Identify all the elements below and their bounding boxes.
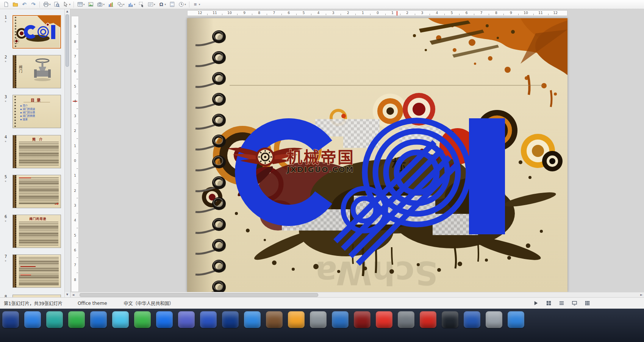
grid-view-button[interactable]: [583, 300, 591, 307]
more-tools-button[interactable]: ≡▾: [191, 0, 202, 9]
undo-button[interactable]: ↶: [20, 0, 29, 9]
ruler-number: 10: [523, 11, 528, 15]
pointer-button[interactable]: ▾: [61, 0, 72, 9]
slide-thumbnail-2[interactable]: 阀门: [13, 55, 61, 88]
redo-button[interactable]: ↷: [29, 0, 38, 9]
date-time-button[interactable]: ▾: [177, 0, 188, 9]
taskbar-app-icon-23[interactable]: [486, 311, 502, 328]
ruler-number: 1: [390, 11, 395, 15]
thumb-valve-label: 阀门: [18, 65, 23, 74]
screenshot-button[interactable]: ▾: [95, 0, 106, 9]
taskbar-app-icon-13[interactable]: [266, 311, 283, 328]
taskbar-app-icon-11[interactable]: [222, 311, 239, 328]
horizontal-ruler[interactable]: 1211109876543210123456789101112: [187, 10, 567, 16]
ruler-number: 7: [72, 263, 78, 267]
taskbar-app-icon-2[interactable]: [24, 311, 41, 328]
thumb-spine: [13, 255, 16, 287]
column-chart-button[interactable]: ▾: [126, 0, 137, 9]
ruler-number: 3: [419, 11, 425, 15]
panel-scrollbar[interactable]: ▲ ▼: [64, 9, 70, 297]
horizontal-scrollbar-thumb[interactable]: [80, 293, 318, 297]
taskbar-app-icon-9[interactable]: [178, 311, 195, 328]
insert-picture-button[interactable]: [86, 0, 95, 9]
thumb-title: 简 介: [17, 137, 59, 142]
slide-thumbnail-4[interactable]: 简 介: [13, 135, 61, 168]
print-button[interactable]: ▾: [41, 0, 52, 9]
insert-chart-button[interactable]: [106, 0, 115, 9]
taskbar-app-icon-24[interactable]: [508, 311, 524, 328]
vertical-ruler[interactable]: 987654321012345678: [71, 16, 79, 292]
shapes-button[interactable]: ▾: [115, 0, 126, 9]
slide-thumbnail-1[interactable]: [13, 15, 61, 49]
normal-view-button[interactable]: [545, 300, 552, 307]
scroll-left-button[interactable]: ◄: [70, 292, 76, 298]
taskbar-app-icon-18[interactable]: [376, 311, 392, 328]
dropdown-caret-icon: ▾: [103, 3, 105, 6]
thumbnail-row-2: 2 ★ 阀门: [0, 55, 64, 90]
slideshow-button[interactable]: [532, 300, 539, 307]
insert-table-button[interactable]: ▾: [75, 0, 86, 9]
toolbar-separator: [189, 2, 189, 8]
slide-sorter-view-button[interactable]: [558, 300, 565, 307]
ruler-number: 8: [72, 278, 78, 282]
ruler-number: 11: [212, 11, 217, 15]
horizontal-scrollbar[interactable]: ◄ ►: [70, 292, 644, 297]
language-indicator[interactable]: 中文（中华人民共和国）: [124, 300, 174, 306]
taskbar-app-icon-19[interactable]: [398, 311, 414, 328]
taskbar-app-icon-4[interactable]: [68, 311, 85, 328]
slide-number: 8: [5, 295, 7, 297]
new-file-icon: [3, 2, 9, 8]
taskbar-app-icon-20[interactable]: [420, 311, 436, 328]
ruler-number: 2: [345, 11, 351, 15]
taskbar-app-icon-3[interactable]: [46, 311, 63, 328]
ruler-number: 1: [72, 144, 78, 148]
taskbar-app-icon-6[interactable]: [112, 311, 129, 328]
slide-thumbnail-8[interactable]: [13, 295, 61, 297]
ruler-number: 7: [72, 55, 78, 58]
print-preview-icon: [54, 2, 60, 8]
taskbar-app-icon-8[interactable]: [156, 311, 173, 328]
taskbar-app-icon-21[interactable]: [442, 311, 458, 328]
taskbar-app-icon-15[interactable]: [310, 311, 327, 328]
open-folder-button[interactable]: [11, 0, 20, 9]
taskbar-app-icon-1[interactable]: [2, 311, 19, 328]
taskbar-app-icon-5[interactable]: [90, 311, 107, 328]
taskbar-app-icon-14[interactable]: [288, 311, 305, 328]
ruler-number: 12: [197, 11, 203, 15]
slide-editing-area[interactable]: SchWa: [187, 18, 567, 292]
taskbar-app-icon-10[interactable]: [200, 311, 217, 328]
wordart-omega-button[interactable]: Ω▾: [157, 0, 168, 9]
taskbar-app-icon-22[interactable]: [464, 311, 480, 328]
scroll-down-button[interactable]: ▼: [65, 292, 70, 297]
date-time-icon: [178, 2, 184, 8]
new-file-button[interactable]: [2, 0, 11, 9]
header-footer-button[interactable]: [167, 0, 177, 9]
ruler-number: 0: [375, 11, 380, 15]
taskbar-app-icon-16[interactable]: [332, 311, 349, 328]
slide-thumbnail-7[interactable]: [13, 254, 61, 288]
taskbar-app-icon-17[interactable]: [354, 311, 370, 328]
scroll-right-button[interactable]: ►: [639, 292, 644, 298]
slide-thumbnail-3[interactable]: 目录 简介 阀门的用途 阀门的分类 阀门的种类 结束: [13, 95, 61, 128]
monitor-icon: [572, 300, 577, 306]
slide-thumbnail-6[interactable]: 阀门的用途: [13, 215, 61, 248]
scroll-up-button[interactable]: ▲: [65, 9, 70, 14]
theme-name[interactable]: Office theme: [78, 301, 107, 306]
ruler-number: 3: [72, 114, 78, 118]
taskbar-app-icon-7[interactable]: [134, 311, 151, 328]
ruler-number: 11: [538, 11, 543, 15]
taskbar-app-icon-12[interactable]: [244, 311, 261, 328]
ruler-number: 9: [242, 11, 247, 15]
watermark-url: JXDIGUO.COM: [286, 165, 354, 174]
toc-item: 阀门的用途: [20, 108, 35, 111]
grid-icon: [585, 300, 590, 306]
reading-view-button[interactable]: [571, 300, 578, 307]
ruler-number: 5: [72, 234, 78, 237]
slide-canvas[interactable]: SchWa: [187, 18, 567, 292]
slide-thumbnail-5[interactable]: →: [13, 175, 61, 208]
text-box-button[interactable]: ▾: [146, 0, 157, 9]
dropdown-caret-icon: ▾: [123, 3, 125, 6]
select-objects-button[interactable]: [137, 0, 146, 9]
print-preview-button[interactable]: [52, 0, 61, 9]
panel-scrollbar-thumb[interactable]: [66, 14, 69, 67]
